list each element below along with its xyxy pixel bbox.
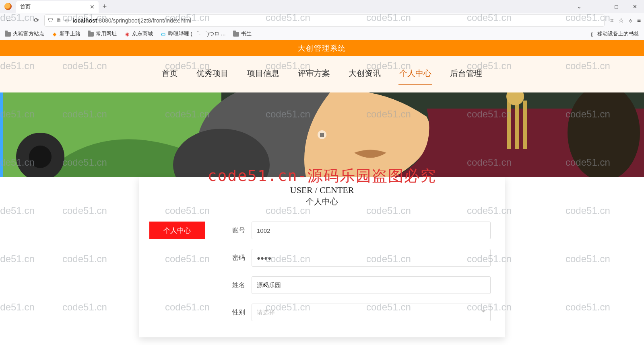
nav-review[interactable]: 评审方案 bbox=[297, 66, 331, 84]
card-title-cn: 个人中心 bbox=[139, 196, 505, 207]
window-minimize-button[interactable]: — bbox=[588, 0, 607, 13]
svg-rect-7 bbox=[515, 101, 519, 149]
bookmark-item[interactable]: 常用网址 bbox=[88, 31, 117, 37]
tab-dropdown-icon[interactable]: ⌄ bbox=[570, 0, 588, 13]
bookmark-item[interactable]: ▭哔哩哔哩 ( ゜- ゜)つロ … bbox=[160, 31, 226, 37]
side-tab-profile[interactable]: 个人中心 bbox=[149, 222, 205, 239]
window-close-button[interactable]: ✕ bbox=[625, 0, 644, 13]
browser-tab[interactable]: 首页 ✕ bbox=[16, 1, 99, 13]
bookmark-bar: 火狐官方站点 ◆新手上路 常用网址 ◉京东商城 ▭哔哩哔哩 ( ゜- ゜)つロ … bbox=[0, 28, 644, 40]
new-tab-button[interactable]: + bbox=[99, 0, 111, 13]
bookmark-item[interactable]: ◉京东商城 bbox=[124, 31, 153, 37]
row-gender: 性别 请选择 bbox=[229, 304, 491, 321]
profile-form: 账号 1002 密码 ●●●● 姓名 源码乐园 性别 请选择 bbox=[229, 222, 495, 321]
tab-title: 首页 bbox=[20, 3, 31, 10]
hero-banner bbox=[0, 92, 644, 177]
qr-icon[interactable]: ⌗ bbox=[610, 17, 613, 24]
label-account: 账号 bbox=[229, 226, 245, 235]
back-button[interactable]: ← bbox=[3, 15, 14, 26]
system-header: 大创管理系统 bbox=[0, 40, 644, 56]
row-password: 密码 ●●●● bbox=[229, 249, 491, 267]
nav-project-info[interactable]: 项目信息 bbox=[246, 66, 280, 84]
card-heading: USER / CENTER 个人中心 bbox=[139, 185, 505, 207]
forward-button[interactable]: → bbox=[17, 15, 28, 26]
permission-icon[interactable]: ⊘ bbox=[65, 17, 69, 23]
url-text: localhost:8080/springbootj2zt8/front/ind… bbox=[72, 17, 191, 24]
card-title-en: USER / CENTER bbox=[139, 185, 505, 195]
bookmark-mobile[interactable]: ▯移动设备上的书签 bbox=[589, 31, 639, 37]
svg-rect-8 bbox=[523, 101, 527, 149]
carousel-pause-icon[interactable] bbox=[318, 130, 326, 139]
page-content: 大创管理系统 首页 优秀项目 项目信息 评审方案 大创资讯 个人中心 后台管理 bbox=[0, 40, 644, 337]
bookmark-item[interactable]: 火狐官方站点 bbox=[5, 31, 44, 37]
input-password[interactable]: ●●●● bbox=[252, 249, 491, 267]
label-password: 密码 bbox=[229, 254, 245, 262]
svg-point-4 bbox=[29, 146, 52, 168]
side-tabs: 个人中心 bbox=[149, 222, 205, 321]
url-bar[interactable]: 🛡 🗎 ⊘ localhost:8080/springbootj2zt8/fro… bbox=[44, 14, 605, 27]
extensions-icon[interactable]: ⟐ bbox=[629, 17, 632, 24]
window-maximize-button[interactable]: ◻ bbox=[607, 0, 625, 13]
nav-home[interactable]: 首页 bbox=[161, 66, 179, 84]
bookmark-item[interactable]: ◆新手上路 bbox=[52, 31, 80, 37]
shield-icon[interactable]: 🛡 bbox=[48, 17, 53, 23]
svg-point-5 bbox=[568, 92, 640, 177]
row-account: 账号 1002 bbox=[229, 222, 491, 239]
page-info-icon[interactable]: 🗎 bbox=[56, 17, 62, 23]
nav-user-center[interactable]: 个人中心 bbox=[398, 66, 432, 84]
input-account[interactable]: 1002 bbox=[252, 222, 491, 239]
close-tab-icon[interactable]: ✕ bbox=[90, 4, 95, 10]
bookmark-star-icon[interactable]: ☆ bbox=[618, 16, 624, 24]
firefox-icon bbox=[0, 0, 16, 13]
browser-titlebar: 首页 ✕ + ⌄ — ◻ ✕ bbox=[0, 0, 644, 13]
label-name: 姓名 bbox=[229, 281, 245, 290]
bookmark-item[interactable]: 书生 bbox=[233, 31, 252, 37]
row-name: 姓名 源码乐园 bbox=[229, 276, 491, 294]
browser-toolbar: ← → ⟳ 🛡 🗎 ⊘ localhost:8080/springbootj2z… bbox=[0, 13, 644, 28]
nav-news[interactable]: 大创资讯 bbox=[348, 66, 382, 84]
input-name[interactable]: 源码乐园 bbox=[252, 276, 491, 294]
system-title: 大创管理系统 bbox=[298, 43, 346, 53]
nav-admin[interactable]: 后台管理 bbox=[449, 66, 483, 84]
svg-rect-6 bbox=[507, 101, 511, 149]
select-gender[interactable]: 请选择 bbox=[252, 304, 491, 321]
chevron-down-icon bbox=[481, 310, 485, 314]
label-gender: 性别 bbox=[229, 308, 245, 317]
svg-rect-10 bbox=[0, 92, 3, 177]
nav-projects[interactable]: 优秀项目 bbox=[196, 66, 229, 84]
reload-button[interactable]: ⟳ bbox=[31, 15, 42, 26]
main-nav: 首页 优秀项目 项目信息 评审方案 大创资讯 个人中心 后台管理 bbox=[0, 56, 644, 92]
select-gender-placeholder: 请选择 bbox=[257, 309, 275, 316]
user-center-card: USER / CENTER 个人中心 个人中心 账号 1002 密码 ●●●● … bbox=[139, 177, 505, 337]
app-menu-icon[interactable]: ≡ bbox=[637, 17, 641, 24]
